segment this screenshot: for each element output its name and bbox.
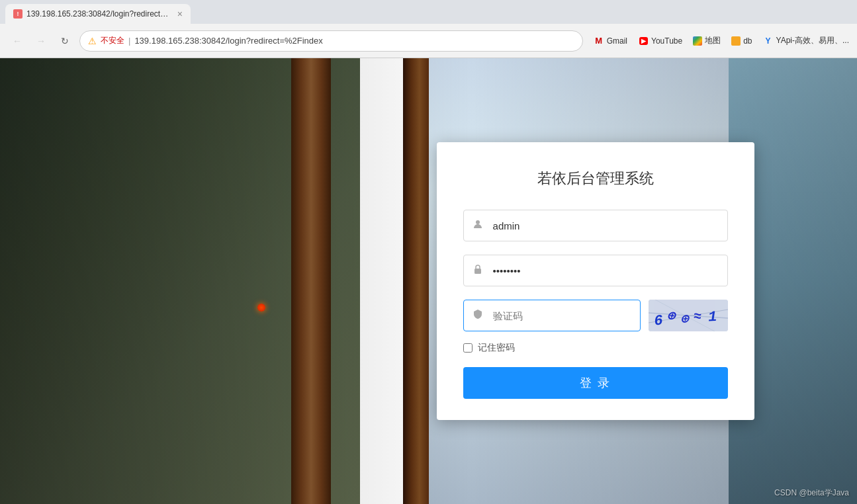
tab-favicon: ! xyxy=(13,9,23,19)
csdn-watermark: CSDN @beita学Java xyxy=(774,487,849,499)
address-bar[interactable]: ⚠ 不安全 | 139.198.165.238:30842/login?redi… xyxy=(79,30,583,52)
back-button[interactable]: ← xyxy=(8,32,26,50)
login-card: 若依后台管理系统 xyxy=(437,142,754,420)
username-group xyxy=(463,210,728,241)
active-tab[interactable]: ! 139.198.165.238:30842/login?redirect=%… xyxy=(5,4,191,24)
captcha-row: 6 ⊕ ⊕ ≈ 1 xyxy=(463,300,728,331)
maps-icon xyxy=(693,36,702,46)
separator: | xyxy=(128,36,130,46)
db-label: db xyxy=(743,36,752,46)
page-area: 若依后台管理系统 xyxy=(0,58,857,504)
password-group xyxy=(463,255,728,286)
youtube-icon: ▶ xyxy=(638,36,649,46)
remember-label: 记住密码 xyxy=(478,342,515,354)
bookmark-yapi[interactable]: Y YApi-高效、易用、... xyxy=(763,35,849,46)
password-input[interactable] xyxy=(463,255,728,286)
tab-title: 139.198.165.238:30842/login?redirect=%2F… xyxy=(26,9,171,19)
bookmark-maps[interactable]: 地图 xyxy=(693,35,721,46)
remember-checkbox[interactable] xyxy=(463,343,473,353)
security-text: 不安全 xyxy=(101,35,124,46)
browser-chrome: ! 139.198.165.238:30842/login?redirect=%… xyxy=(0,0,857,58)
gmail-label: Gmail xyxy=(607,36,627,46)
svg-text:1: 1 xyxy=(707,309,717,326)
svg-text:6: 6 xyxy=(653,312,663,329)
maps-label: 地图 xyxy=(705,35,721,46)
captcha-image[interactable]: 6 ⊕ ⊕ ≈ 1 xyxy=(649,300,728,331)
yapi-icon: Y xyxy=(763,36,774,46)
bookmark-gmail[interactable]: M Gmail xyxy=(594,36,627,46)
reload-button[interactable]: ↻ xyxy=(56,32,74,50)
captcha-input-wrap xyxy=(463,300,641,331)
bookmark-youtube[interactable]: ▶ YouTube xyxy=(638,36,682,46)
login-button[interactable]: 登 录 xyxy=(463,367,728,399)
bookmarks-bar: M Gmail ▶ YouTube 地图 db Y xyxy=(594,35,849,46)
bookmark-db[interactable]: db xyxy=(731,36,752,46)
username-input[interactable] xyxy=(463,210,728,241)
remember-row: 记住密码 xyxy=(463,342,728,354)
tab-bar: ! 139.198.165.238:30842/login?redirect=%… xyxy=(0,0,857,24)
url-text: 139.198.165.238:30842/login?redirect=%2F… xyxy=(134,36,322,46)
svg-text:≈: ≈ xyxy=(693,309,702,325)
youtube-label: YouTube xyxy=(651,36,682,46)
yapi-label: YApi-高效、易用、... xyxy=(776,35,849,46)
captcha-input[interactable] xyxy=(463,300,641,331)
captcha-group: 6 ⊕ ⊕ ≈ 1 xyxy=(463,300,728,331)
gmail-icon: M xyxy=(594,36,604,46)
login-title: 若依后台管理系统 xyxy=(463,169,728,189)
browser-toolbar: ← → ↻ ⚠ 不安全 | 139.198.165.238:30842/logi… xyxy=(0,24,857,58)
forward-button[interactable]: → xyxy=(32,32,50,50)
red-dot-decoration xyxy=(257,304,265,312)
db-icon xyxy=(731,36,741,46)
warning-icon: ⚠ xyxy=(88,36,97,46)
tab-close-icon[interactable]: × xyxy=(177,9,183,19)
